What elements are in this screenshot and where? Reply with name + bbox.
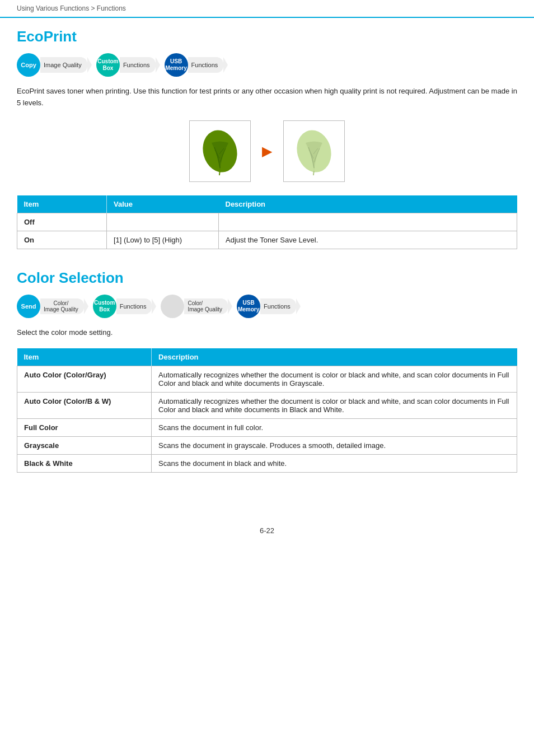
ecoprint-col-item: Item — [17, 195, 107, 213]
chip-custom-box2-circle: CustomBox — [93, 295, 116, 318]
color-desc-bw: Scans the document in black and white. — [152, 455, 517, 473]
table-row: Auto Color (Color/B & W) Automatically r… — [17, 393, 517, 419]
table-row: Black & White Scans the document in blac… — [17, 455, 517, 473]
chip-color-iq2 — [161, 295, 184, 318]
color-col-item: Item — [17, 348, 152, 366]
eco-item-on: On — [17, 231, 107, 249]
eco-item-off: Off — [17, 213, 107, 231]
leaf-before — [189, 120, 251, 182]
chip-send-circle: Send — [17, 295, 40, 318]
chip-color-iq2-label: Color/Image Quality — [184, 298, 228, 314]
ecoprint-nav-chips: Copy Image Quality CustomBox Functions U… — [17, 53, 517, 77]
chip-usb-memory: USBMemory — [165, 53, 188, 77]
chip-usb-memory2-circle: USBMemory — [237, 295, 260, 318]
ecoprint-col-value: Value — [107, 195, 219, 213]
color-item-grayscale: Grayscale — [17, 437, 152, 455]
chip-functions3-label: Functions — [116, 298, 152, 314]
ecoprint-col-description: Description — [219, 195, 517, 213]
color-selection-table: Item Description Auto Color (Color/Gray)… — [17, 348, 517, 473]
chip-usb-memory-label: USBMemory — [165, 58, 186, 72]
page-number: 6-22 — [260, 526, 274, 535]
table-row: Grayscale Scans the document in grayscal… — [17, 437, 517, 455]
color-item-bw: Black & White — [17, 455, 152, 473]
chip-custom-box2: CustomBox — [93, 295, 116, 318]
leaf-comparison: ▶ — [17, 120, 517, 182]
chip-custom-box2-label: CustomBox — [94, 300, 115, 313]
chip-send: Send — [17, 295, 40, 318]
eco-desc-off — [219, 213, 517, 231]
chip-functions1-label: Functions — [120, 57, 156, 73]
chip-custom-box: CustomBox — [96, 53, 120, 77]
table-row: Off — [17, 213, 517, 231]
ecoprint-description: EcoPrint saves toner when printing. Use … — [17, 86, 517, 109]
chip-color-iq1-label: Color/Image Quality — [40, 298, 84, 314]
leaf-after — [283, 120, 345, 182]
color-desc-auto-gray: Automatically recognizes whether the doc… — [152, 366, 517, 393]
color-item-full: Full Color — [17, 419, 152, 437]
chip-copy-circle: Copy — [17, 53, 40, 77]
breadcrumb: Using Various Functions > Functions — [0, 0, 534, 18]
chip-usb-memory2-label: USBMemory — [238, 300, 259, 313]
chip-color-iq2-circle — [161, 295, 184, 318]
ecoprint-title: EcoPrint — [17, 28, 517, 45]
leaf-dark-icon — [195, 126, 245, 176]
table-row: Full Color Scans the document in full co… — [17, 419, 517, 437]
color-col-description: Description — [152, 348, 517, 366]
color-item-auto-gray: Auto Color (Color/Gray) — [17, 366, 152, 393]
color-desc-auto-bw: Automatically recognizes whether the doc… — [152, 393, 517, 419]
leaf-light-icon — [289, 126, 339, 176]
eco-desc-on: Adjust the Toner Save Level. — [219, 231, 517, 249]
table-row: On [1] (Low) to [5] (High) Adjust the To… — [17, 231, 517, 249]
table-row: Auto Color (Color/Gray) Automatically re… — [17, 366, 517, 393]
chip-functions2-label: Functions — [188, 57, 224, 73]
chip-copy-label: Copy — [21, 62, 36, 68]
eco-value-off — [107, 213, 219, 231]
color-selection-title: Color Selection — [17, 269, 517, 287]
chip-usb-memory-circle: USBMemory — [165, 53, 188, 77]
chip-usb-memory2: USBMemory — [237, 295, 260, 318]
color-selection-nav-chips: Send Color/Image Quality CustomBox Funct… — [17, 295, 517, 318]
ecoprint-table-section: Item Value Description Off On [1] (Low) … — [17, 195, 517, 249]
color-desc-grayscale: Scans the document in grayscale. Produce… — [152, 437, 517, 455]
arrow-right-icon: ▶ — [262, 143, 272, 159]
color-desc-full: Scans the document in full color. — [152, 419, 517, 437]
chip-copy: Copy — [17, 53, 40, 77]
chip-send-label: Send — [21, 303, 36, 310]
color-selection-table-section: Item Description Auto Color (Color/Gray)… — [17, 348, 517, 473]
chip-image-quality-label: Image Quality — [40, 57, 87, 73]
chip-custom-box-circle: CustomBox — [96, 53, 120, 77]
color-selection-description: Select the color mode setting. — [17, 327, 517, 339]
chip-functions4-label: Functions — [260, 298, 296, 314]
ecoprint-table: Item Value Description Off On [1] (Low) … — [17, 195, 517, 249]
breadcrumb-text: Using Various Functions > Functions — [17, 4, 126, 12]
page-footer: 6-22 — [0, 515, 534, 540]
eco-value-on: [1] (Low) to [5] (High) — [107, 231, 219, 249]
color-item-auto-bw: Auto Color (Color/B & W) — [17, 393, 152, 419]
chip-custom-box-label: CustomBox — [97, 58, 118, 72]
